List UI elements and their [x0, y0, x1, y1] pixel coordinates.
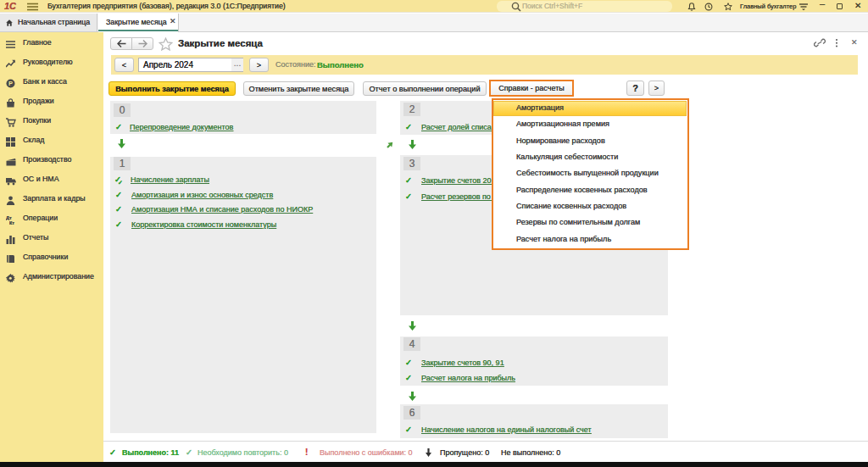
- svg-text:Р: Р: [8, 80, 13, 87]
- svg-text:Кт: Кт: [9, 220, 14, 225]
